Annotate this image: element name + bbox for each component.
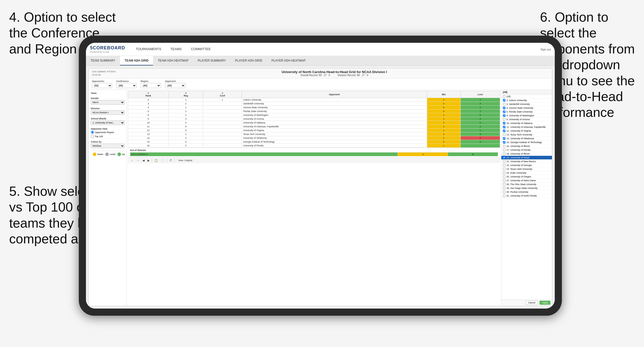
dropdown-checkbox[interactable] (503, 152, 505, 155)
dropdown-checkbox[interactable] (503, 191, 505, 193)
dropdown-checkbox[interactable] (503, 145, 505, 147)
toolbar-paste[interactable]: 📄 (160, 159, 165, 162)
dropdown-item[interactable]: 31. University of North Florida (501, 194, 552, 198)
toolbar-forward[interactable]: ▶ (147, 159, 150, 162)
dropdown-checkbox[interactable] (503, 175, 505, 178)
dropdown-item[interactable]: 24. Duke University (501, 171, 552, 175)
dropdown-item[interactable]: (All) (501, 95, 552, 99)
dropdown-checkbox[interactable] (503, 149, 505, 151)
dropdown-checkbox[interactable] (503, 110, 505, 113)
dropdown-item[interactable]: 10. University of Alabama (501, 121, 552, 125)
dropdown-checkbox[interactable] (503, 164, 505, 166)
filter-opponent: Opponent (All) (165, 80, 185, 88)
dropdown-checkbox[interactable] (503, 133, 505, 136)
toolbar-copy[interactable]: 📋 (154, 159, 159, 162)
dropdown-checkbox[interactable] (503, 103, 505, 105)
subnav-team-h2h-grid[interactable]: TEAM H2H GRID (120, 56, 153, 65)
dropdown-checkbox[interactable] (503, 195, 505, 197)
cell-loss: 1 (461, 125, 500, 129)
ood-table: NCAA Division II 1 0 (130, 152, 498, 156)
dropdown-checkbox[interactable] (503, 172, 505, 174)
filter-opponent-select[interactable]: (All) (165, 83, 185, 88)
dropdown-item[interactable]: 23. Texas A&M University (501, 167, 552, 171)
subnav-player-summary[interactable]: PLAYER SUMMARY (193, 56, 231, 65)
nav-teams[interactable]: TEAMS (166, 43, 186, 56)
dropdown-item[interactable]: 8. University of Washington (501, 114, 552, 118)
sidebar-colour-select[interactable]: Win/loss (91, 144, 125, 148)
dropdown-checkbox[interactable] (503, 99, 505, 102)
legend-down-label: Down (97, 153, 103, 156)
dropdown-checkbox[interactable] (503, 183, 505, 186)
cancel-button[interactable]: Cancel (525, 301, 538, 305)
toolbar-back[interactable]: ◀ (142, 159, 145, 162)
dropdown-item[interactable]: 13. Texas Tech University (501, 133, 552, 137)
dropdown-item[interactable]: 16. University of Illinois (501, 144, 552, 148)
report-last-updated: Last Updated: 4/7/2024 16:55:38 (92, 70, 116, 76)
subnav-player-h2h-heatmap[interactable]: PLAYER H2H HEATMAP (267, 56, 310, 65)
subnav-team-h2h-heatmap[interactable]: TEAM H2H HEATMAP (153, 56, 193, 65)
dropdown-checkbox[interactable] (503, 179, 505, 182)
dropdown-item[interactable]: 4. Arizona State University (501, 106, 552, 110)
dropdown-checkbox[interactable] (503, 126, 505, 128)
nav-tournaments[interactable]: TOURNAMENTS (131, 43, 166, 56)
filter-conference-select[interactable]: (All) (116, 83, 137, 88)
dropdown-checkbox[interactable] (503, 160, 505, 163)
dropdown-checkbox[interactable] (503, 137, 505, 140)
radio-top-100[interactable]: Top 100 (91, 135, 125, 138)
dropdown-checkbox[interactable] (503, 118, 505, 121)
logo-powered: Powered by nLoad (90, 51, 125, 53)
dropdown-item[interactable]: 29. San Diego State University (501, 186, 552, 190)
dropdown-checkbox[interactable] (503, 107, 505, 109)
dropdown-checkbox[interactable] (503, 95, 505, 98)
filter-region-select[interactable]: (All) (141, 83, 161, 88)
cell-opponent: Texas Tech University (242, 132, 427, 136)
dropdown-item[interactable]: 15. Georgia Institute of Technology (501, 141, 552, 144)
dropdown-item[interactable]: 14. University of Oklahoma (501, 137, 552, 141)
dropdown-item[interactable]: 11. University of Arkansas, Fayetteville (501, 125, 552, 129)
dropdown-item[interactable]: 12. University of Virginia (501, 129, 552, 133)
nav-committee[interactable]: COMMITTEE (186, 43, 215, 56)
dropdown-checkbox[interactable] (503, 114, 505, 117)
dropdown-item[interactable]: 30. Purdue University (501, 190, 552, 194)
dropdown-checkbox[interactable] (503, 130, 505, 132)
dropdown-checkbox[interactable] (503, 141, 505, 144)
dropdown-item[interactable]: 2. Auburn University (501, 99, 552, 102)
dropdown-item[interactable]: 21. University of New Mexico (501, 160, 552, 163)
radio-opponents-played-input[interactable] (91, 131, 94, 134)
cell-rank: 10 (128, 121, 169, 125)
dropdown-item[interactable]: 9. University of Arizona (501, 118, 552, 121)
dropdown-item[interactable]: 6. Florida State University (501, 110, 552, 114)
toolbar-undo[interactable]: ← (130, 159, 134, 162)
cell-reg: 1 (169, 132, 203, 136)
radio-opponents-played[interactable]: Opponents Played (91, 131, 125, 134)
dropdown-item[interactable]: 17. University of Florida (501, 148, 552, 152)
apply-button[interactable]: Apply (540, 301, 550, 305)
cell-loss: 2 (461, 109, 500, 113)
sidebar-school-select[interactable]: 1. University of Nort... (91, 120, 125, 125)
sidebar-colour-label: Colour by (91, 141, 125, 143)
filter-opponent-label: Opponent (165, 80, 185, 82)
sidebar-gender-select[interactable]: Men's (91, 100, 125, 105)
dropdown-item[interactable]: 3. Vanderbilt University (501, 102, 552, 106)
dropdown-item[interactable]: 20. University of Texas (501, 156, 552, 160)
dropdown-checkbox[interactable] (503, 156, 505, 159)
cell-opponent: University of Oklahoma (242, 136, 427, 140)
dropdown-checkbox[interactable] (503, 168, 505, 170)
dropdown-item[interactable]: 25. University of Oregon (501, 175, 552, 179)
toolbar-clock[interactable]: ⏱ (169, 159, 173, 162)
subnav-player-h2h-grid[interactable]: PLAYER H2H GRID (231, 56, 267, 65)
dropdown-item[interactable]: 28. The Ohio State University (501, 183, 552, 186)
sign-out-link[interactable]: Sign out (541, 48, 551, 51)
dropdown-item[interactable]: 18. University of Illinois (501, 152, 552, 156)
subnav-team-summary[interactable]: TEAM SUMMARY (86, 56, 120, 65)
dropdown-item[interactable]: 27. University of Notre Dame (501, 179, 552, 183)
filter-opponents-select[interactable]: (All) (92, 83, 112, 88)
sidebar-division-select[interactable]: NCAA Division I (91, 110, 125, 115)
dropdown-item[interactable]: 22. University of Georgia (501, 163, 552, 167)
toolbar-redo[interactable]: → (136, 159, 140, 162)
dropdown-checkbox[interactable] (503, 122, 505, 124)
table-area: #Rank #Reg #Conf Opponent Win Loss 2 1 (127, 90, 501, 306)
dropdown-checkbox[interactable] (503, 187, 505, 189)
radio-top-100-input[interactable] (91, 135, 94, 138)
legend-down-dot (93, 152, 96, 156)
